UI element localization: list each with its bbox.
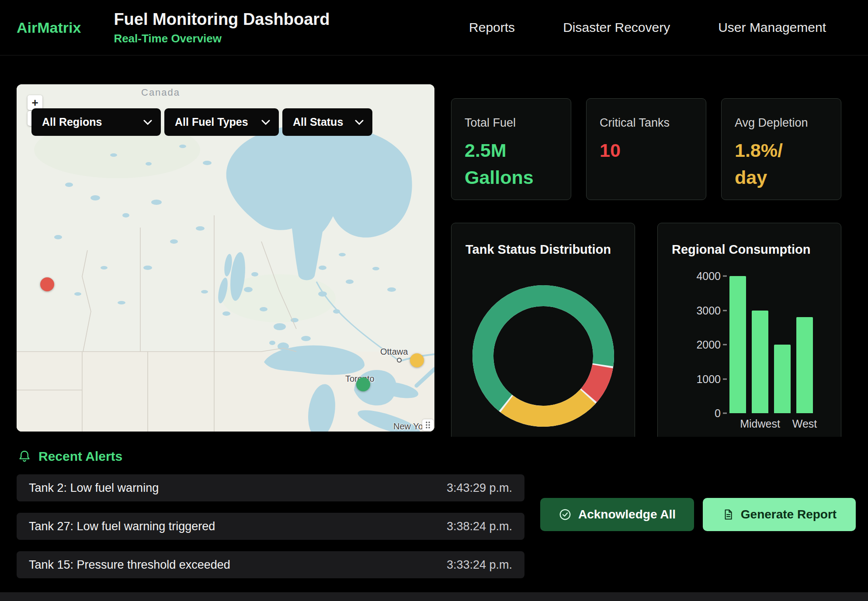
- title-block: Fuel Monitoring Dashboard Real-Time Over…: [114, 10, 330, 45]
- bar-series-2: [774, 276, 791, 413]
- chevron-down-icon: [261, 120, 270, 125]
- bar-Midwest: Midwest: [752, 276, 768, 413]
- page-subtitle: Real-Time Overview: [114, 32, 330, 45]
- y-axis-tick-mark: [723, 310, 727, 311]
- bar-fill: [796, 317, 813, 413]
- alert-text: Tank 27: Low fuel warning triggered: [29, 520, 215, 533]
- acknowledge-all-button[interactable]: Acknowledge All: [540, 498, 694, 531]
- map-filters: All Regions All Fuel Types All Status: [31, 108, 372, 136]
- acknowledge-all-label: Acknowledge All: [578, 508, 676, 522]
- check-circle-icon: [559, 508, 572, 521]
- map-marker-warning[interactable]: [410, 353, 424, 367]
- stat-label: Total Fuel: [465, 116, 558, 130]
- regional-consumption-bar-chart: MidwestWest 01000200030004000: [729, 276, 829, 413]
- bar-fill: [729, 276, 746, 413]
- alerts-list: Tank 2: Low fuel warning 3:43:29 p.m. Ta…: [17, 474, 524, 578]
- regional-consumption-chart-card: Regional Consumption MidwestWest 0100020…: [657, 223, 841, 437]
- stat-value: 2.5M Gallons: [465, 137, 558, 191]
- zoom-in-button[interactable]: +: [28, 95, 42, 110]
- stat-label: Critical Tanks: [600, 116, 693, 130]
- nav-reports[interactable]: Reports: [469, 20, 515, 35]
- map-drag-handle[interactable]: [422, 419, 434, 431]
- map-marker-critical[interactable]: [40, 277, 54, 291]
- y-axis-tick-label: 4000: [696, 270, 721, 283]
- stat-label: Avg Depletion: [735, 116, 828, 130]
- chevron-down-icon: [143, 120, 152, 125]
- y-axis-tick-label: 1000: [696, 373, 721, 385]
- region-filter-dropdown[interactable]: All Regions: [31, 108, 161, 136]
- right-panel: Total Fuel 2.5M Gallons Critical Tanks 1…: [451, 98, 841, 200]
- alerts-header: Recent Alerts: [0, 437, 868, 464]
- bell-icon: [17, 449, 31, 463]
- logo[interactable]: AirMatrix: [17, 19, 81, 36]
- bar-fill: [752, 311, 768, 414]
- chart-title: Regional Consumption: [672, 242, 810, 257]
- status-filter-dropdown[interactable]: All Status: [282, 108, 372, 136]
- ottawa-city-dot: [397, 358, 402, 363]
- chart-title: Tank Status Distribution: [465, 242, 611, 257]
- y-axis-tick-mark: [723, 344, 727, 345]
- x-axis-tick-label: Midwest: [740, 418, 780, 430]
- alert-time: 3:33:24 p.m.: [447, 558, 512, 572]
- nav-disaster-recovery[interactable]: Disaster Recovery: [563, 20, 670, 35]
- app-root: AirMatrix Fuel Monitoring Dashboard Real…: [0, 0, 868, 592]
- bar-West: West: [796, 276, 813, 413]
- generate-report-label: Generate Report: [741, 508, 837, 522]
- stat-card-avg-depletion: Avg Depletion 1.8%/ day: [721, 98, 841, 200]
- fuel-type-filter-dropdown[interactable]: All Fuel Types: [164, 108, 279, 136]
- fuel-type-filter-label: All Fuel Types: [175, 116, 248, 128]
- map-label-canada: Canada: [141, 87, 180, 98]
- generate-report-button[interactable]: Generate Report: [703, 498, 856, 531]
- alert-text: Tank 15: Pressure threshold exceeded: [29, 558, 230, 572]
- document-icon: [722, 508, 734, 521]
- stat-card-critical-tanks: Critical Tanks 10: [586, 98, 706, 200]
- page-title: Fuel Monitoring Dashboard: [114, 10, 330, 29]
- main-content: Canada Ottawa Toronto New York + − All R…: [0, 55, 868, 437]
- status-filter-label: All Status: [293, 116, 343, 128]
- alerts-heading: Recent Alerts: [38, 449, 122, 464]
- grip-dots-icon: [425, 421, 431, 429]
- alert-row[interactable]: Tank 2: Low fuel warning 3:43:29 p.m.: [17, 474, 524, 501]
- map-marker-normal[interactable]: [356, 377, 370, 391]
- footer-strip: [0, 592, 868, 601]
- tank-status-donut-chart: [469, 282, 618, 430]
- nav-user-management[interactable]: User Management: [718, 20, 826, 35]
- bar-fill: [774, 345, 791, 413]
- stat-value: 1.8%/ day: [735, 137, 828, 191]
- alert-time: 3:38:24 p.m.: [447, 520, 512, 533]
- y-axis-tick-label: 2000: [696, 338, 721, 351]
- stat-card-total-fuel: Total Fuel 2.5M Gallons: [451, 98, 571, 200]
- bar-series-0: [729, 276, 746, 413]
- region-filter-label: All Regions: [42, 116, 102, 128]
- alert-time: 3:43:29 p.m.: [447, 481, 512, 495]
- stats-row: Total Fuel 2.5M Gallons Critical Tanks 1…: [451, 98, 841, 200]
- x-axis-tick-label: West: [792, 418, 817, 430]
- y-axis-tick-mark: [723, 378, 727, 380]
- tank-status-chart-card: Tank Status Distribution: [451, 223, 635, 437]
- alert-row[interactable]: Tank 15: Pressure threshold exceeded 3:3…: [17, 551, 524, 578]
- alerts-section: Recent Alerts Tank 2: Low fuel warning 3…: [0, 437, 868, 592]
- y-axis-tick-label: 3000: [696, 304, 721, 317]
- stat-value: 10: [600, 137, 693, 164]
- y-axis-tick-label: 0: [715, 407, 721, 420]
- alert-row[interactable]: Tank 27: Low fuel warning triggered 3:38…: [17, 513, 524, 540]
- main-nav: Reports Disaster Recovery User Managemen…: [469, 20, 851, 35]
- y-axis-tick-mark: [723, 413, 727, 414]
- y-axis-tick-mark: [723, 276, 727, 277]
- map-panel[interactable]: Canada Ottawa Toronto New York + − All R…: [17, 84, 434, 432]
- chevron-down-icon: [355, 120, 364, 125]
- alert-text: Tank 2: Low fuel warning: [29, 481, 159, 495]
- map-label-ottawa: Ottawa: [380, 347, 408, 357]
- header: AirMatrix Fuel Monitoring Dashboard Real…: [0, 0, 868, 55]
- charts-row: Tank Status Distribution Regional Consum…: [451, 223, 841, 437]
